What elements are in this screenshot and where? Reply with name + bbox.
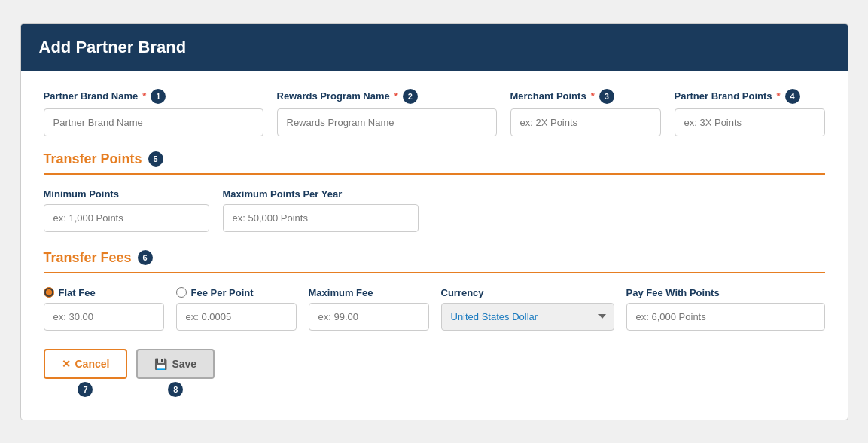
card-header: Add Partner Brand bbox=[21, 24, 848, 71]
maximum-points-label: Maximum Points Per Year bbox=[223, 188, 419, 200]
minimum-points-label: Minimum Points bbox=[44, 188, 209, 200]
badge-8: 8 bbox=[168, 382, 183, 397]
pay-fee-label: Pay Fee With Points bbox=[626, 287, 825, 298]
flat-fee-radio-label[interactable]: Flat Fee bbox=[44, 287, 164, 298]
save-button[interactable]: 💾 Save bbox=[136, 349, 215, 379]
merchant-points-input[interactable] bbox=[510, 108, 661, 136]
add-partner-brand-card: Add Partner Brand Partner Brand Name* 1 … bbox=[20, 23, 848, 420]
cancel-button[interactable]: ✕ Cancel bbox=[44, 349, 128, 379]
partner-brand-name-group: Partner Brand Name* 1 bbox=[44, 89, 263, 136]
form-row-1: Partner Brand Name* 1 Rewards Program Na… bbox=[44, 89, 825, 136]
rewards-program-name-input[interactable] bbox=[277, 108, 497, 136]
flat-fee-group: Flat Fee bbox=[44, 287, 164, 331]
rewards-program-name-group: Rewards Program Name* 2 bbox=[277, 89, 497, 136]
currency-label: Currency bbox=[441, 287, 614, 298]
transfer-fees-section: Transfer Fees 6 Flat Fee Fee Per Point bbox=[44, 250, 825, 331]
transfer-points-row: Minimum Points Maximum Points Per Year bbox=[44, 188, 825, 232]
page-title: Add Partner Brand bbox=[39, 38, 187, 57]
badge-2: 2 bbox=[403, 89, 418, 104]
cancel-icon: ✕ bbox=[62, 358, 71, 370]
badge-1: 1 bbox=[151, 89, 166, 104]
currency-group: Currency United States Dollar Euro Briti… bbox=[441, 287, 614, 331]
merchant-points-group: Merchant Points* 3 bbox=[510, 89, 661, 136]
currency-select[interactable]: United States Dollar Euro British Pound … bbox=[441, 303, 614, 331]
partner-brand-points-group: Partner Brand Points* 4 bbox=[675, 89, 825, 136]
max-fee-group: Maximum Fee bbox=[309, 287, 429, 331]
transfer-points-section: Transfer Points 5 Minimum Points Maximum… bbox=[44, 151, 825, 232]
pay-fee-input[interactable] bbox=[626, 303, 825, 331]
partner-brand-points-input[interactable] bbox=[675, 108, 825, 136]
button-row: ✕ Cancel 7 💾 Save 8 bbox=[44, 349, 825, 397]
transfer-fees-title: Transfer Fees 6 bbox=[44, 250, 825, 273]
flat-fee-radio[interactable] bbox=[44, 287, 54, 298]
badge-4: 4 bbox=[785, 89, 800, 104]
fee-per-point-group: Fee Per Point bbox=[176, 287, 297, 331]
partner-brand-points-label: Partner Brand Points* 4 bbox=[675, 89, 825, 104]
fee-per-point-input[interactable] bbox=[176, 303, 297, 331]
merchant-points-label: Merchant Points* 3 bbox=[510, 89, 661, 104]
save-btn-wrap: 💾 Save 8 bbox=[136, 349, 215, 397]
pay-fee-group: Pay Fee With Points bbox=[626, 287, 825, 331]
rewards-program-name-label: Rewards Program Name* 2 bbox=[277, 89, 497, 104]
transfer-fees-row: Flat Fee Fee Per Point Maximum Fee bbox=[44, 287, 825, 331]
fee-per-point-radio[interactable] bbox=[176, 287, 187, 298]
minimum-points-input[interactable] bbox=[44, 204, 209, 232]
badge-6: 6 bbox=[138, 250, 153, 265]
partner-brand-name-input[interactable] bbox=[44, 108, 263, 136]
card-body: Partner Brand Name* 1 Rewards Program Na… bbox=[21, 71, 848, 420]
fee-per-point-radio-label[interactable]: Fee Per Point bbox=[176, 287, 297, 298]
max-fee-input[interactable] bbox=[309, 303, 429, 331]
badge-7: 7 bbox=[78, 382, 93, 397]
transfer-points-title: Transfer Points 5 bbox=[44, 151, 825, 175]
cancel-btn-wrap: ✕ Cancel 7 bbox=[44, 349, 128, 397]
maximum-points-group: Maximum Points Per Year bbox=[223, 188, 419, 232]
flat-fee-input[interactable] bbox=[44, 303, 164, 331]
save-icon: 💾 bbox=[154, 358, 167, 370]
badge-5: 5 bbox=[148, 151, 163, 167]
badge-3: 3 bbox=[599, 89, 614, 104]
minimum-points-group: Minimum Points bbox=[44, 188, 209, 232]
max-fee-label: Maximum Fee bbox=[309, 287, 429, 298]
maximum-points-input[interactable] bbox=[223, 204, 419, 232]
partner-brand-name-label: Partner Brand Name* 1 bbox=[44, 89, 263, 104]
